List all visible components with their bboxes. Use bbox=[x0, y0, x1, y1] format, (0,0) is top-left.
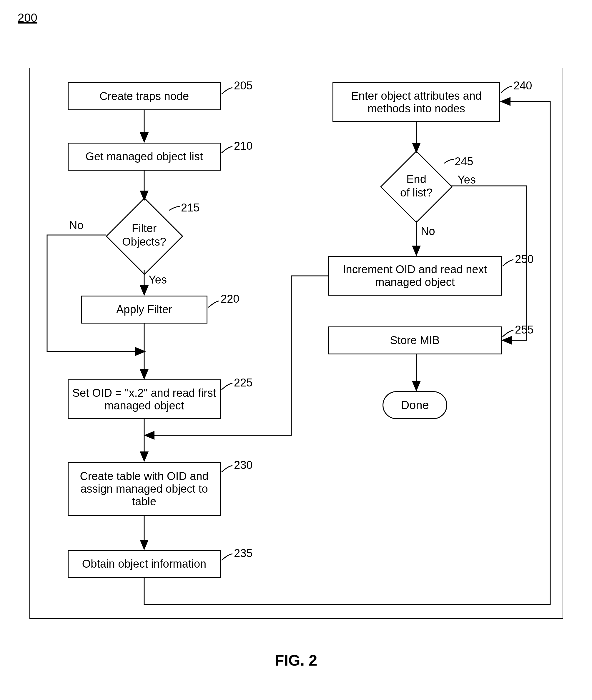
figure-ref-number: 200 bbox=[18, 11, 37, 24]
chart-border bbox=[30, 68, 563, 619]
flowchart-canvas: 200 Create traps node 205 Get managed ob… bbox=[0, 0, 592, 700]
figure-title: FIG. 2 bbox=[0, 651, 592, 669]
